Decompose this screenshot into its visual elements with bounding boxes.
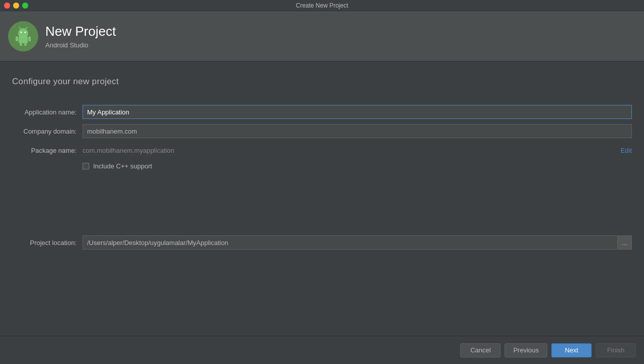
header-text-block: New Project Android Studio	[45, 24, 116, 49]
title-bar: Create New Project	[0, 0, 644, 11]
svg-line-3	[19, 27, 21, 29]
window-title: Create New Project	[296, 2, 348, 9]
svg-point-1	[21, 31, 22, 33]
bottom-action-bar: Cancel Previous Next Finish	[0, 336, 644, 364]
project-location-row: Project location: ...	[12, 235, 632, 250]
edit-package-name-link[interactable]: Edit	[621, 147, 632, 154]
previous-button[interactable]: Previous	[505, 343, 547, 357]
browse-button[interactable]: ...	[618, 235, 632, 250]
application-name-row: Application name:	[12, 105, 632, 119]
dialog-subtitle: Android Studio	[45, 41, 116, 49]
company-domain-input[interactable]	[83, 124, 632, 138]
svg-rect-5	[19, 36, 28, 43]
section-heading: Configure your new project	[12, 77, 632, 87]
maximize-window-button[interactable]	[22, 3, 28, 9]
package-name-label: Package name:	[12, 147, 83, 154]
cpp-support-label: Include C++ support	[93, 162, 152, 170]
package-name-row: Package name: com.mobilhanem.myapplicati…	[12, 143, 632, 157]
company-domain-label: Company domain:	[12, 128, 83, 135]
cancel-button[interactable]: Cancel	[460, 343, 500, 357]
next-button[interactable]: Next	[551, 343, 592, 357]
svg-rect-6	[16, 36, 18, 41]
svg-line-4	[26, 27, 27, 29]
dialog-title: New Project	[45, 24, 116, 39]
cpp-support-row: Include C++ support	[83, 162, 632, 170]
svg-rect-8	[20, 43, 22, 46]
package-name-value: com.mobilhanem.myapplication	[83, 147, 621, 154]
svg-point-2	[25, 31, 26, 33]
cpp-support-checkbox[interactable]	[83, 163, 89, 169]
close-window-button[interactable]	[4, 3, 10, 9]
finish-button[interactable]: Finish	[596, 343, 636, 357]
company-domain-row: Company domain:	[12, 124, 632, 138]
svg-rect-9	[24, 43, 27, 46]
project-location-label: Project location:	[12, 239, 83, 247]
application-name-label: Application name:	[12, 108, 83, 116]
window-controls[interactable]	[4, 3, 28, 9]
configuration-form: Application name: Company domain: Packag…	[12, 105, 632, 250]
project-location-input[interactable]	[83, 235, 618, 250]
main-content: Configure your new project Application n…	[0, 62, 644, 267]
android-studio-logo	[8, 21, 38, 51]
minimize-window-button[interactable]	[13, 3, 19, 9]
svg-rect-7	[28, 36, 31, 41]
project-location-section: Project location: ...	[12, 235, 632, 250]
dialog-header: New Project Android Studio	[0, 11, 644, 62]
application-name-input[interactable]	[83, 105, 632, 119]
